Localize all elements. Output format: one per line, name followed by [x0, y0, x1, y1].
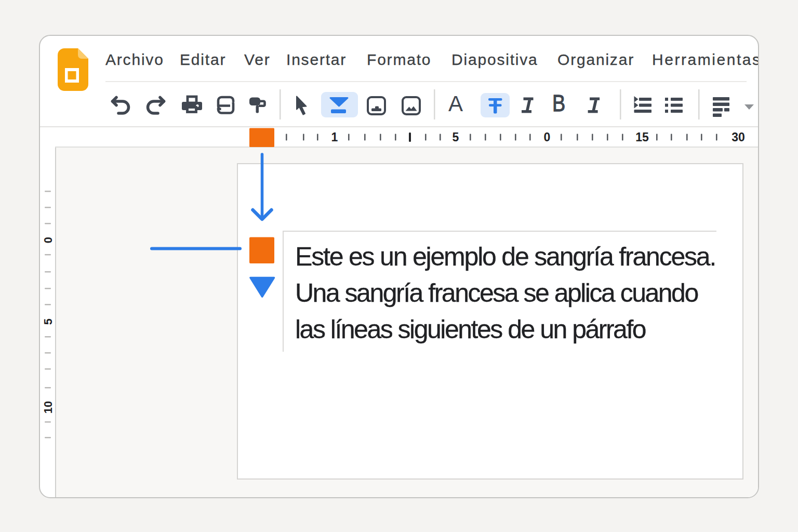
svg-text:10: 10	[42, 401, 55, 414]
svg-text:5: 5	[42, 318, 55, 325]
svg-text:15: 15	[635, 130, 649, 144]
svg-text:0: 0	[544, 130, 551, 144]
svg-text:5: 5	[453, 130, 459, 144]
svg-text:0: 0	[42, 237, 55, 243]
svg-text:1: 1	[331, 130, 338, 144]
svg-text:B: B	[552, 90, 565, 116]
svg-text:A: A	[448, 91, 463, 116]
svg-text:30: 30	[732, 130, 745, 144]
